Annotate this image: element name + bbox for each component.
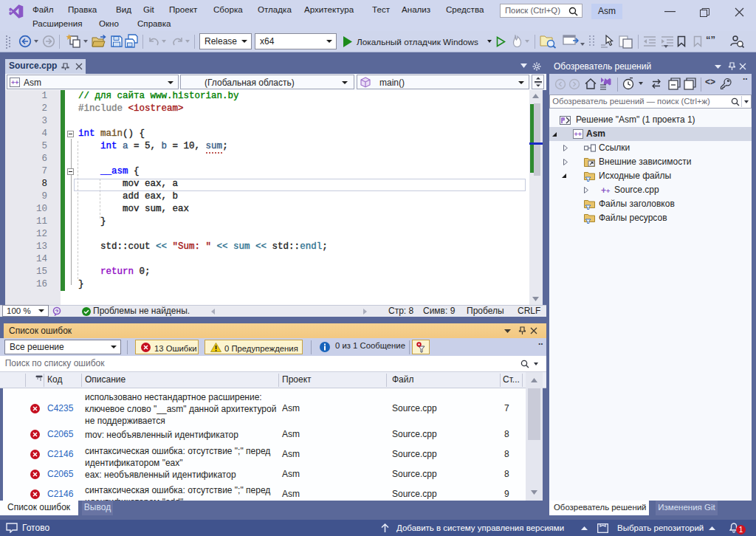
svg-text:++: ++ bbox=[11, 79, 19, 86]
svg-text:++: ++ bbox=[574, 131, 583, 138]
